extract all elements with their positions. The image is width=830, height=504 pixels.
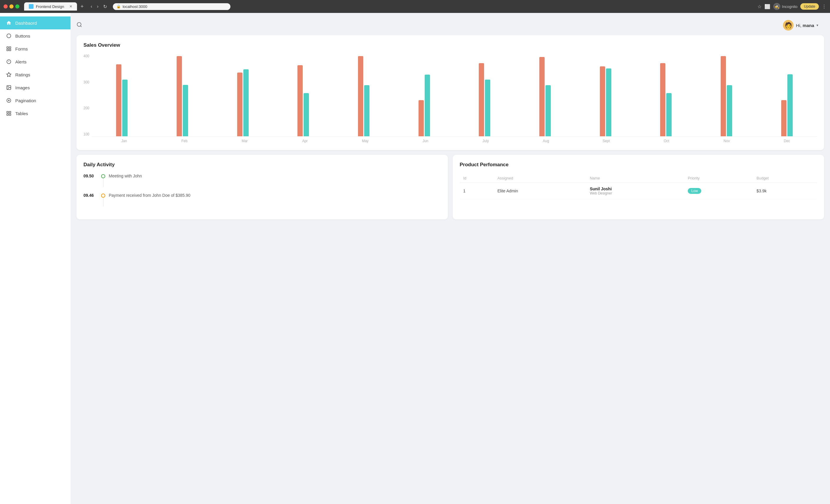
sidebar-label-pagination: Pagination [15,98,36,103]
activity-dot-col-1 [101,174,105,187]
bar-salmon-july [479,63,484,136]
y-label-300: 300 [84,80,89,84]
bars-may [358,54,370,136]
tables-icon [6,110,12,116]
svg-rect-17 [9,114,11,115]
bars-aug [539,54,551,136]
bars-mar [237,54,249,136]
svg-rect-3 [7,49,8,51]
bar-teal-sept [606,68,611,136]
bar-salmon-nov [721,56,726,136]
svg-rect-2 [9,47,11,48]
chart-month-may [333,54,394,136]
priority-badge: Low [688,188,701,194]
sidebar-item-pagination[interactable]: Pagination [0,94,70,107]
sidebar-item-images[interactable]: Images [0,81,70,94]
svg-rect-15 [9,111,11,113]
back-button[interactable]: ‹ [90,3,93,10]
bars-july [479,54,490,136]
images-icon [6,85,12,91]
tab-close-icon[interactable]: ✕ [69,4,72,8]
reload-button[interactable]: ↻ [102,3,108,10]
maximize-button[interactable] [15,4,20,8]
chart-month-feb [152,54,213,136]
y-label-400: 400 [84,54,89,58]
sidebar-label-ratings: Ratings [15,72,30,77]
col-assigned: Assigned [494,174,586,183]
bookmark-icon[interactable]: ☆ [757,4,762,9]
bottom-row: Daily Activity 09.50 Meeting with John 0… [76,155,824,220]
sales-overview-card: Sales Overview 400 300 200 100 [76,35,824,150]
row-budget: $3.9k [753,183,817,199]
user-section: 🧑 Hi, mana ▾ [783,20,818,31]
address-bar[interactable]: 🔒 localhost:3000 [113,3,230,10]
activity-dot-col-2 [101,193,105,206]
bar-salmon-jun [418,100,424,136]
bars-dec [781,54,793,136]
close-button[interactable] [3,4,8,8]
chart-bars-row [92,54,817,136]
row-name-sub: Web Designer [590,191,681,195]
x-label-feb: Feb [154,137,215,143]
chevron-down-icon[interactable]: ▾ [817,23,818,27]
browser-nav: ‹ › ↻ [90,3,108,10]
browser-tab[interactable]: Frontend Design ✕ [24,2,77,10]
traffic-lights [3,4,20,8]
pagination-icon [6,98,12,103]
search-icon[interactable] [76,22,82,29]
col-budget: Budget [753,174,817,183]
browser-actions: ☆ ⬜ 🕵 Incognito Update ⋮ [757,3,827,10]
forward-button[interactable]: › [96,3,100,10]
sidebar-label-tables: Tables [15,111,28,116]
x-label-apr: Apr [275,137,335,143]
username: mana [803,23,814,28]
circle-icon [6,33,12,39]
sidebar-item-tables[interactable]: Tables [0,107,70,120]
bar-salmon-apr [297,65,303,136]
product-performance-card: Product Perfomance Id Assigned Name Prio… [453,155,824,220]
incognito-badge: 🕵 Incognito [773,3,798,10]
sidebar-item-alerts[interactable]: Alerts [0,55,70,68]
bars-sept [600,54,611,136]
chart-month-sept [575,54,636,136]
main-content: 🧑 Hi, mana ▾ Sales Overview 400 300 200 [70,13,830,504]
bar-teal-may [364,85,370,136]
sidebar-item-forms[interactable]: Forms [0,42,70,55]
col-name: Name [586,174,684,183]
chart-month-jun [394,54,454,136]
sidebar-item-dashboard[interactable]: Dashbaord [0,16,70,29]
chart-month-nov [696,54,757,136]
bar-teal-july [485,79,490,136]
minimize-button[interactable] [9,4,13,8]
update-button[interactable]: Update [800,3,819,10]
sidebar-label-alerts: Alerts [15,59,27,64]
bar-teal-nov [727,85,732,136]
reader-mode-icon[interactable]: ⬜ [764,4,770,9]
sidebar-item-ratings[interactable]: Ratings [0,68,70,81]
alerts-icon [6,59,12,65]
bar-salmon-sept [600,66,605,136]
bars-jan [116,54,128,136]
sidebar-item-buttons[interactable]: Buttons [0,29,70,42]
activity-time-1: 09.50 [84,174,98,178]
x-label-dec: Dec [757,137,817,143]
bar-salmon-oct [660,63,665,136]
bar-teal-jun [425,75,430,136]
chart-bars-container [92,54,817,137]
x-label-jun: Jun [395,137,455,143]
product-table: Id Assigned Name Priority Budget 1 Elite… [460,174,817,199]
chart-month-oct [636,54,696,136]
new-tab-icon[interactable]: + [81,3,84,10]
y-label-100: 100 [84,132,89,136]
activity-dot-2 [101,194,105,198]
bar-teal-apr [304,93,309,136]
more-options-icon[interactable]: ⋮ [822,4,827,9]
bar-teal-feb [183,85,188,136]
col-id: Id [460,174,494,183]
tab-favicon [29,4,33,9]
bars-oct [660,54,672,136]
bar-teal-mar [243,69,249,136]
app: Dashbaord Buttons Forms Alerts Ratings [0,13,830,504]
row-assigned: Elite Admin [494,183,586,199]
bars-apr [297,54,309,136]
